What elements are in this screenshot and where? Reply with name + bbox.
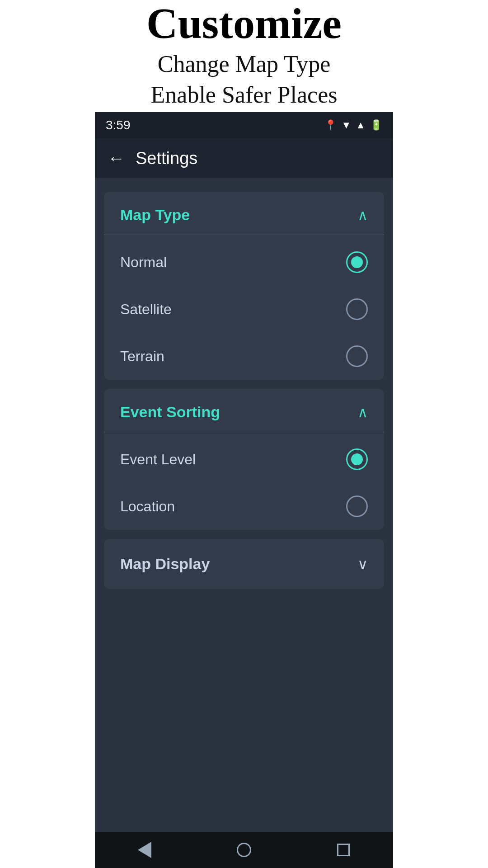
home-nav-icon <box>237 843 251 857</box>
battery-icon: 🔋 <box>370 119 382 131</box>
map-type-section: Map Type ∧ Normal Satellite Terrain <box>104 192 384 380</box>
option-location[interactable]: Location <box>104 483 384 530</box>
radio-event-level-inner <box>351 453 363 465</box>
signal-icon: ▲ <box>356 119 366 131</box>
event-sorting-section: Event Sorting ∧ Event Level Location <box>104 389 384 530</box>
map-display-section: Map Display ∨ <box>104 539 384 589</box>
annotation-title: Customize <box>146 2 342 45</box>
option-event-level-label: Event Level <box>120 451 196 468</box>
nav-home-button[interactable] <box>230 836 258 863</box>
annotation-area: Customize Change Map Type Enable Safer P… <box>0 0 488 112</box>
nav-recent-button[interactable] <box>330 836 357 863</box>
map-type-title: Map Type <box>120 206 190 224</box>
radio-normal[interactable] <box>346 251 368 273</box>
event-sorting-title: Event Sorting <box>120 403 220 421</box>
wifi-icon: ▼ <box>341 119 351 131</box>
radio-satellite[interactable] <box>346 298 368 320</box>
radio-terrain[interactable] <box>346 345 368 367</box>
option-event-level[interactable]: Event Level <box>104 436 384 483</box>
back-button[interactable]: ← <box>108 149 125 168</box>
toolbar: ← Settings <box>95 138 393 178</box>
back-nav-icon <box>138 842 151 858</box>
status-time: 3:59 <box>106 118 131 132</box>
recent-nav-icon <box>337 844 350 856</box>
event-sorting-chevron-icon: ∧ <box>357 404 368 421</box>
option-satellite-label: Satellite <box>120 301 172 318</box>
event-sorting-divider <box>104 432 384 432</box>
annotation-subtitle-line2: Enable Safer Places <box>151 82 338 108</box>
phone-frame: 3:59 📍 ▼ ▲ 🔋 ← Settings Map Type ∧ Norma… <box>95 112 393 868</box>
content-area: Map Type ∧ Normal Satellite Terrain <box>95 178 393 832</box>
toolbar-title: Settings <box>136 149 197 168</box>
status-icons: 📍 ▼ ▲ 🔋 <box>324 119 382 131</box>
option-terrain-label: Terrain <box>120 348 164 365</box>
option-terrain[interactable]: Terrain <box>104 333 384 380</box>
annotation-subtitle-line1: Change Map Type <box>158 51 330 77</box>
option-satellite[interactable]: Satellite <box>104 286 384 333</box>
nav-back-button[interactable] <box>131 836 158 863</box>
event-sorting-header[interactable]: Event Sorting ∧ <box>104 389 384 432</box>
map-display-title: Map Display <box>120 555 210 573</box>
radio-normal-inner <box>351 256 363 268</box>
option-normal-label: Normal <box>120 254 167 271</box>
bottom-nav <box>95 832 393 868</box>
map-display-chevron-icon: ∨ <box>357 556 368 573</box>
location-icon: 📍 <box>324 119 337 131</box>
map-type-divider <box>104 235 384 235</box>
map-display-header[interactable]: Map Display ∨ <box>104 539 384 589</box>
option-normal[interactable]: Normal <box>104 239 384 286</box>
status-bar: 3:59 📍 ▼ ▲ 🔋 <box>95 112 393 138</box>
radio-location[interactable] <box>346 495 368 517</box>
radio-event-level[interactable] <box>346 448 368 470</box>
option-location-label: Location <box>120 498 175 515</box>
map-type-chevron-icon: ∧ <box>357 207 368 224</box>
annotation-subtitle: Change Map Type Enable Safer Places <box>151 49 338 110</box>
map-type-header[interactable]: Map Type ∧ <box>104 192 384 235</box>
